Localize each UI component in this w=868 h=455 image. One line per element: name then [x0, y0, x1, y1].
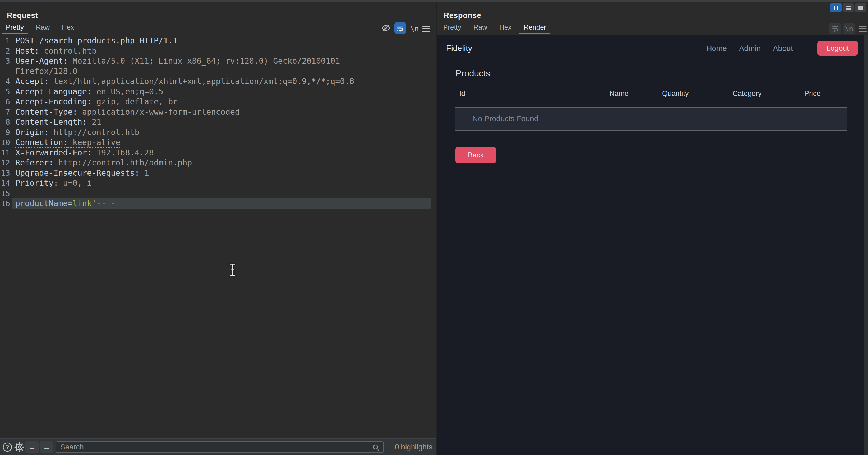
- response-tab-render[interactable]: Render: [524, 23, 546, 34]
- line-number: 11: [0, 148, 12, 158]
- request-tab-pretty[interactable]: Pretty: [6, 23, 24, 34]
- nav-link-about[interactable]: About: [773, 44, 793, 53]
- table-empty-row: No Products Found: [456, 107, 847, 131]
- line-content[interactable]: Connection: keep-alive: [12, 137, 431, 148]
- line-content[interactable]: [12, 188, 431, 199]
- logout-button[interactable]: Logout: [817, 41, 858, 56]
- line-content[interactable]: Referer: http://control.htb/admin.php: [12, 158, 431, 168]
- request-tab-hex[interactable]: Hex: [62, 23, 74, 34]
- response-panel-title: Response: [443, 11, 481, 20]
- editor-search-bar: ? ← →: [0, 438, 436, 455]
- code-segment: Mozilla/5.0 (X11; Linux x86_64; rv:128.0…: [68, 56, 340, 66]
- highlights-count: 0 highlights: [395, 438, 432, 455]
- column-header-name: Name: [610, 90, 628, 98]
- request-menu-button[interactable]: [421, 24, 431, 33]
- word-wrap-button[interactable]: [394, 22, 406, 34]
- request-line-15[interactable]: 15: [0, 188, 431, 199]
- code-segment: 21: [87, 117, 101, 127]
- request-line-7[interactable]: 7Content-Type: application/x-www-form-ur…: [0, 107, 431, 117]
- search-prev-button[interactable]: ←: [25, 441, 39, 453]
- code-segment: Connection:: [15, 138, 68, 148]
- request-line-9[interactable]: 9Origin: http://control.htb: [0, 127, 431, 138]
- response-tab-pretty[interactable]: Pretty: [443, 23, 461, 34]
- hide-nonprintable-button[interactable]: [380, 22, 392, 34]
- request-line-3[interactable]: 3User-Agent: Mozilla/5.0 (X11; Linux x86…: [0, 56, 431, 66]
- code-segment: u=0, i: [58, 178, 92, 188]
- code-segment: control.htb: [39, 46, 96, 56]
- request-line-13[interactable]: 13Upgrade-Insecure-Requests: 1: [0, 168, 431, 178]
- line-number: 3: [0, 56, 12, 66]
- help-button[interactable]: ?: [2, 438, 13, 455]
- site-navbar: Fidelity Home Admin About Logout: [437, 35, 864, 62]
- request-editor[interactable]: 1POST /search_products.php HTTP/1.12Host…: [0, 36, 431, 209]
- request-line-5[interactable]: 5Accept-Language: en-US,en;q=0.5: [0, 87, 431, 97]
- line-content[interactable]: Upgrade-Insecure-Requests: 1: [12, 168, 431, 178]
- response-tab-raw[interactable]: Raw: [473, 23, 487, 34]
- line-content[interactable]: Accept-Encoding: gzip, deflate, br: [12, 97, 431, 107]
- text-cursor: [227, 262, 238, 278]
- request-line-16[interactable]: 16productName=link'-- -: [0, 198, 431, 209]
- products-heading: Products: [456, 68, 490, 78]
- code-segment: POST /search_products.php HTTP/1.1: [15, 36, 178, 45]
- line-content[interactable]: POST /search_products.php HTTP/1.1: [12, 36, 431, 46]
- show-newlines-button[interactable]: \n: [409, 23, 420, 34]
- response-tab-hex[interactable]: Hex: [499, 23, 512, 34]
- code-segment: Firefox/128.0: [15, 67, 78, 76]
- line-content[interactable]: Priority: u=0, i: [12, 178, 431, 188]
- code-segment: Accept-Encoding:: [15, 97, 92, 106]
- newline-icon: \n: [845, 25, 854, 33]
- line-content[interactable]: Accept: text/html,application/xhtml+xml,…: [12, 76, 431, 87]
- request-tab-raw[interactable]: Raw: [36, 23, 50, 34]
- back-button[interactable]: Back: [456, 147, 496, 163]
- line-content[interactable]: Host: control.htb: [12, 46, 431, 56]
- request-line-14[interactable]: 14Priority: u=0, i: [0, 178, 431, 188]
- code-segment: Upgrade-Insecure-Requests:: [15, 168, 140, 177]
- show-newlines-button-disabled[interactable]: \n: [843, 23, 855, 34]
- code-segment: Content-Type:: [15, 107, 78, 117]
- request-line-wrap[interactable]: Firefox/128.0: [0, 66, 431, 77]
- line-content[interactable]: X-Forwarded-For: 192.168.4.28: [12, 148, 431, 158]
- request-line-12[interactable]: 12Referer: http://control.htb/admin.php: [0, 158, 431, 168]
- code-segment: Content-Length:: [15, 117, 87, 127]
- code-segment: text/html,application/xhtml+xml,applicat…: [49, 77, 354, 86]
- code-segment: Referer:: [15, 158, 54, 167]
- word-wrap-button-disabled[interactable]: [829, 23, 841, 34]
- site-brand: Fidelity: [446, 43, 472, 53]
- nav-link-admin[interactable]: Admin: [739, 44, 761, 53]
- svg-text:?: ?: [6, 444, 9, 450]
- request-line-11[interactable]: 11X-Forwarded-For: 192.168.4.28: [0, 148, 431, 158]
- line-content[interactable]: Firefox/128.0: [12, 66, 431, 77]
- line-number: 1: [0, 36, 12, 46]
- column-header-quantity: Quantity: [662, 90, 689, 98]
- render-scrollbar[interactable]: [864, 35, 868, 455]
- request-panel: Request Pretty Raw Hex \n 1POST /search_…: [0, 2, 436, 455]
- response-menu-button[interactable]: [858, 24, 867, 33]
- column-header-price: Price: [804, 90, 821, 98]
- line-content[interactable]: User-Agent: Mozilla/5.0 (X11; Linux x86_…: [12, 56, 431, 66]
- search-input-wrap: [56, 441, 384, 453]
- search-next-button[interactable]: →: [40, 441, 53, 453]
- settings-button[interactable]: [14, 438, 25, 455]
- request-line-4[interactable]: 4Accept: text/html,application/xhtml+xml…: [0, 76, 431, 87]
- request-line-2[interactable]: 2Host: control.htb: [0, 46, 431, 56]
- arrow-right-icon: →: [43, 443, 51, 452]
- search-icon[interactable]: [372, 443, 381, 452]
- line-content[interactable]: productName=link'-- -: [12, 198, 431, 209]
- line-content[interactable]: Content-Length: 21: [12, 117, 431, 127]
- code-segment: Origin:: [15, 128, 49, 137]
- line-number: 14: [0, 178, 12, 188]
- line-number: 13: [0, 168, 12, 178]
- line-content[interactable]: Content-Type: application/x-www-form-url…: [12, 107, 431, 117]
- request-line-10[interactable]: 10Connection: keep-alive: [0, 137, 431, 148]
- request-line-1[interactable]: 1POST /search_products.php HTTP/1.1: [0, 36, 431, 46]
- line-content[interactable]: Accept-Language: en-US,en;q=0.5: [12, 87, 431, 97]
- code-segment: link: [73, 199, 92, 208]
- code-segment: http://control.htb: [49, 128, 139, 137]
- search-input[interactable]: [56, 443, 383, 451]
- code-segment: Host:: [15, 46, 39, 56]
- nav-link-home[interactable]: Home: [707, 44, 727, 53]
- request-line-8[interactable]: 8Content-Length: 21: [0, 117, 431, 127]
- line-content[interactable]: Origin: http://control.htb: [12, 127, 431, 138]
- line-number: [0, 66, 12, 77]
- request-line-6[interactable]: 6Accept-Encoding: gzip, deflate, br: [0, 97, 431, 107]
